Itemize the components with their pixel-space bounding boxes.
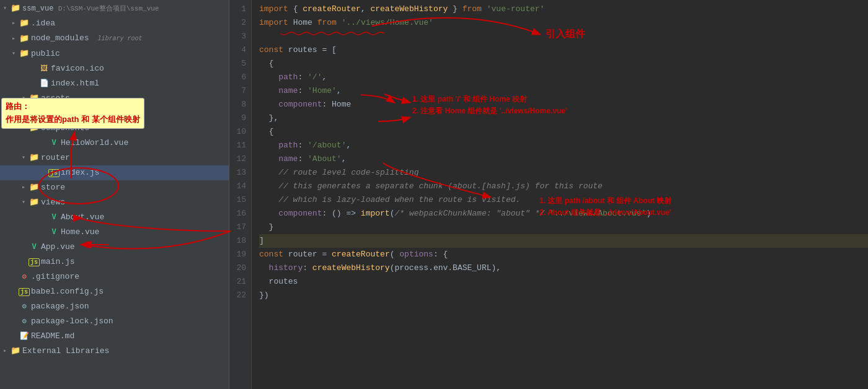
code-line-10: { bbox=[259, 125, 868, 139]
file-tree-sidebar: 📁 ssm_vue D:\SSM-Vue整合项目\ssm_vue 📁 .idea… bbox=[0, 0, 229, 389]
favicon-label: favicon.ico bbox=[51, 63, 229, 75]
code-view: 12345 678910 1112131415 1617181920 2122 … bbox=[229, 0, 868, 389]
components-chevron bbox=[20, 122, 27, 134]
tree-item-assets[interactable]: 📁 assets bbox=[0, 91, 229, 106]
code-line-3 bbox=[259, 30, 868, 43]
helloworld-icon: V bbox=[48, 137, 60, 149]
homevue-icon: V bbox=[48, 226, 60, 238]
logo-icon: 🖼 bbox=[48, 107, 60, 120]
tree-item-helloworld[interactable]: V HelloWorld.vue bbox=[0, 136, 229, 151]
readme-icon: 📝 bbox=[19, 330, 30, 343]
public-folder-icon: 📁 bbox=[19, 48, 30, 60]
store-chevron bbox=[20, 181, 27, 194]
views-label: views bbox=[41, 196, 229, 209]
components-label: components bbox=[41, 122, 229, 134]
tree-item-babel[interactable]: js babel.config.js bbox=[0, 284, 229, 299]
tree-item-readme[interactable]: 📝 README.md bbox=[0, 329, 229, 344]
code-editor: 12345 678910 1112131415 1617181920 2122 … bbox=[229, 0, 868, 389]
tree-item-idea[interactable]: 📁 .idea bbox=[0, 16, 229, 31]
code-line-9: }, bbox=[259, 111, 868, 125]
code-line-17: } bbox=[259, 221, 868, 234]
extlibs-icon: 📁 bbox=[10, 345, 21, 357]
tree-item-public[interactable]: 📁 public bbox=[0, 46, 229, 61]
readme-label: README.md bbox=[31, 330, 229, 343]
tree-item-node-modules[interactable]: 📁 node_modules library root bbox=[0, 31, 229, 46]
tree-item-components[interactable]: 📁 components bbox=[0, 121, 229, 136]
nodemod-label: node_modules library root bbox=[31, 32, 229, 45]
tree-item-about-vue[interactable]: V About.vue bbox=[0, 210, 229, 225]
code-line-12: name: 'About', bbox=[259, 152, 868, 166]
mainjs-label: main.js bbox=[41, 256, 229, 268]
code-line-4: const routes = [ bbox=[259, 43, 868, 57]
code-line-5: { bbox=[259, 57, 868, 71]
indexjs-label: index.js bbox=[61, 167, 229, 179]
gitignore-label: .gitignore bbox=[31, 271, 229, 283]
aboutvue-label: About.vue bbox=[61, 211, 229, 224]
code-text: import { createRouter, createWebHistory … bbox=[252, 0, 868, 389]
code-line-6: path: '/', bbox=[259, 71, 868, 84]
assets-folder-icon: 📁 bbox=[29, 92, 40, 105]
tree-item-gitignore[interactable]: ⚙ .gitignore bbox=[0, 269, 229, 284]
router-chevron bbox=[20, 152, 27, 164]
assets-label: assets bbox=[41, 92, 229, 105]
root-chevron bbox=[1, 2, 9, 15]
gitignore-icon: ⚙ bbox=[19, 271, 30, 283]
tree-root[interactable]: 📁 ssm_vue D:\SSM-Vue整合项目\ssm_vue bbox=[0, 1, 229, 16]
store-label: store bbox=[41, 181, 229, 194]
appvue-label: App.vue bbox=[41, 241, 229, 253]
tree-item-home-vue[interactable]: V Home.vue bbox=[0, 225, 229, 240]
code-line-16: component: () => import(/* webpackChunkN… bbox=[259, 207, 868, 221]
tree-item-index-html[interactable]: 📄 index.html bbox=[0, 76, 229, 91]
indexjs-icon: js bbox=[48, 167, 60, 179]
logo-label: logo.png bbox=[61, 107, 229, 120]
views-chevron bbox=[20, 196, 27, 209]
babel-icon: js bbox=[19, 286, 30, 298]
idea-label: .idea bbox=[31, 17, 229, 30]
idea-folder-icon: 📁 bbox=[19, 17, 30, 30]
code-line-14: // this generates a separate chunk (abou… bbox=[259, 180, 868, 193]
package-label: package.json bbox=[31, 300, 229, 313]
code-line-19: const router = createRouter( options: { bbox=[259, 248, 868, 261]
extlibs-chevron bbox=[1, 345, 9, 357]
code-line-2: import Home from '../views/Home.vue' bbox=[259, 16, 868, 30]
nodemod-folder-icon: 📁 bbox=[19, 33, 30, 45]
router-folder-icon: 📁 bbox=[29, 152, 40, 164]
root-path: D:\SSM-Vue整合项目\ssm_vue bbox=[58, 5, 159, 12]
tree-item-app-vue[interactable]: V App.vue bbox=[0, 240, 229, 255]
root-folder-icon: 📁 bbox=[10, 2, 21, 15]
tree-item-logo[interactable]: 🖼 logo.png bbox=[0, 106, 229, 121]
package-icon: ⚙ bbox=[19, 300, 30, 313]
tree-item-router[interactable]: 📁 router bbox=[0, 151, 229, 165]
store-folder-icon: 📁 bbox=[29, 181, 40, 194]
code-line-15: // which is lazy-loaded when the route i… bbox=[259, 193, 868, 207]
appvue-icon: V bbox=[29, 241, 40, 253]
indexhtml-icon: 📄 bbox=[38, 77, 50, 90]
idea-chevron bbox=[10, 17, 17, 30]
code-line-1: import { createRouter, createWebHistory … bbox=[259, 2, 868, 16]
tree-item-package-lock[interactable]: ⚙ package-lock.json bbox=[0, 314, 229, 329]
router-label: router bbox=[41, 152, 229, 164]
code-line-7: name: 'Home', bbox=[259, 84, 868, 98]
code-line-8: component: Home bbox=[259, 98, 868, 111]
code-line-21: routes bbox=[259, 275, 868, 289]
public-chevron bbox=[10, 48, 17, 60]
tree-item-favicon[interactable]: 🖼 favicon.ico bbox=[0, 61, 229, 76]
library-badge: library root bbox=[97, 35, 142, 42]
nodemod-chevron bbox=[10, 33, 17, 45]
tree-item-index-js[interactable]: js index.js bbox=[0, 165, 229, 180]
tree-item-package[interactable]: ⚙ package.json bbox=[0, 299, 229, 314]
mainjs-icon: js bbox=[29, 256, 40, 268]
aboutvue-icon: V bbox=[48, 211, 60, 224]
code-line-22: }) bbox=[259, 289, 868, 302]
tree-item-main-js[interactable]: js main.js bbox=[0, 255, 229, 269]
public-label: public bbox=[31, 48, 229, 60]
extlibs-label: External Libraries bbox=[22, 345, 229, 357]
tree-item-views[interactable]: 📁 views bbox=[0, 195, 229, 210]
helloworld-label: HelloWorld.vue bbox=[61, 137, 229, 149]
packagelock-label: package-lock.json bbox=[31, 315, 229, 328]
tree-item-ext-libs[interactable]: 📁 External Libraries bbox=[0, 344, 229, 359]
code-line-11: path: '/about', bbox=[259, 139, 868, 152]
tree-item-store[interactable]: 📁 store bbox=[0, 180, 229, 195]
views-folder-icon: 📁 bbox=[29, 196, 40, 209]
indexhtml-label: index.html bbox=[51, 77, 229, 90]
